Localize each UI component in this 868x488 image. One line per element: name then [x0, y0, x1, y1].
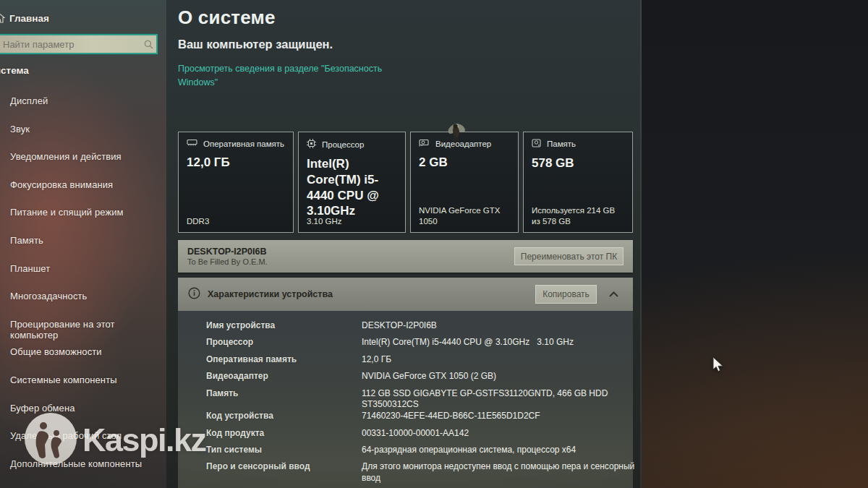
- sidebar-section-system: Система: [0, 65, 29, 76]
- device-name: DESKTOP-I2P0I6B: [187, 247, 268, 257]
- spec-row: Память 112 GB SSD GIGABYTE GP-GSTFS31120…: [178, 388, 633, 411]
- sidebar-item[interactable]: Многозадачность: [10, 291, 162, 319]
- spec-label: Оперативная память: [178, 354, 362, 364]
- sidebar-item[interactable]: Проецирование на этот компьютер: [10, 319, 162, 347]
- card-storage-footer: Используется 214 GB из 578 GB: [532, 205, 626, 227]
- sidebar-item[interactable]: Фокусировка внимания: [10, 179, 162, 207]
- card-cpu-label: Процессор: [322, 140, 364, 149]
- spec-label: Перо и сенсорный ввод: [178, 461, 362, 471]
- sidebar: Главная Система Дисплей Звук Уведомления…: [0, 0, 166, 488]
- ram-icon: [187, 139, 197, 148]
- card-cpu-value: Intel(R) Core(TM) i5-4440 CPU @ 3.10GHz: [307, 156, 397, 219]
- spec-row: Имя устройства DESKTOP-I2P0I6B: [178, 320, 633, 337]
- spec-row: Код продукта 00331-10000-00001-AA142: [178, 428, 633, 445]
- collapse-expander[interactable]: [604, 285, 623, 304]
- spec-label: Видеоадаптер: [178, 371, 362, 381]
- spec-value: DESKTOP-I2P0I6B: [362, 320, 638, 332]
- spec-row: Видеоадаптер NVIDIA GeForce GTX 1050 (2 …: [178, 371, 633, 388]
- sidebar-nav: Дисплей Звук Уведомления и действия Фоку…: [10, 95, 162, 486]
- copy-button[interactable]: Копировать: [535, 285, 597, 304]
- specs-title: Характеристики устройства: [208, 289, 333, 299]
- system-cards: Оперативная память 12,0 ГБ DDR3 Процессо…: [178, 132, 633, 233]
- spec-label: Тип системы: [178, 445, 362, 455]
- spec-value: 64-разрядная операционная система, проце…: [362, 445, 638, 456]
- device-oem: To Be Filled By O.E.M.: [187, 257, 268, 266]
- spec-row: Перо и сенсорный ввод Для этого монитора…: [178, 461, 633, 484]
- sidebar-item[interactable]: Удаленный рабочий стол: [10, 430, 162, 458]
- windows-security-link[interactable]: Просмотреть сведения в разделе "Безопасн…: [178, 62, 384, 90]
- spec-value: 71460230-4EFE-44ED-B66C-11E565D1D2CF: [362, 411, 638, 422]
- card-storage: Память 578 GB Используется 214 GB из 578…: [523, 132, 633, 233]
- cpu-icon: [307, 139, 316, 150]
- card-storage-value: 578 GB: [532, 155, 624, 171]
- search-input[interactable]: [0, 39, 140, 50]
- spec-label: Процессор: [178, 337, 362, 347]
- sidebar-item[interactable]: Системные компоненты: [10, 374, 162, 403]
- spec-row: Код устройства 71460230-4EFE-44ED-B66C-1…: [178, 411, 633, 427]
- settings-window: Главная Система Дисплей Звук Уведомления…: [0, 0, 642, 488]
- spec-row: Процессор Intel(R) Core(TM) i5-4440 CPU …: [178, 337, 633, 354]
- card-ram-footer: DDR3: [187, 216, 286, 227]
- card-ram: Оперативная память 12,0 ГБ DDR3: [178, 132, 294, 233]
- chevron-up-icon: [609, 291, 618, 297]
- protection-status: Ваш компьютер защищен.: [178, 38, 333, 51]
- spec-value: 00331-10000-00001-AA142: [362, 428, 638, 440]
- rename-pc-button[interactable]: Переименовать этот ПК: [514, 247, 624, 265]
- card-ram-value: 12,0 ГБ: [187, 155, 285, 171]
- card-gpu-value: 2 GB: [419, 155, 510, 171]
- device-name-bar: DESKTOP-I2P0I6B To Be Filled By O.E.M. П…: [178, 240, 633, 273]
- spec-row: Оперативная память 12,0 ГБ: [178, 354, 633, 371]
- mouse-cursor: [712, 356, 724, 376]
- spec-label: Код устройства: [178, 411, 362, 421]
- card-ram-label: Оперативная память: [203, 140, 284, 148]
- sidebar-item[interactable]: Буфер обмена: [10, 403, 162, 431]
- device-specs-header: Характеристики устройства Копировать: [178, 278, 633, 311]
- sidebar-item-home[interactable]: Главная: [0, 12, 49, 25]
- home-label: Главная: [9, 13, 49, 24]
- device-specs-panel: Характеристики устройства Копировать Имя…: [178, 278, 633, 488]
- about-page: О системе Ваш компьютер защищен. Просмот…: [166, 0, 642, 488]
- sidebar-item[interactable]: Уведомления и действия: [10, 151, 162, 179]
- card-gpu-footer: NVIDIA GeForce GTX 1050: [419, 205, 511, 227]
- card-gpu-label: Видеоадаптер: [435, 140, 491, 148]
- device-specs-table: Имя устройства DESKTOP-I2P0I6B Процессор…: [178, 311, 633, 488]
- spec-label: Память: [178, 388, 362, 398]
- home-icon: [0, 13, 5, 23]
- spec-value: Для этого монитора недоступен ввод с пом…: [362, 461, 638, 484]
- info-icon: [188, 287, 200, 302]
- card-cpu-footer: 3.10 GHz: [307, 216, 399, 227]
- spec-row: Тип системы 64-разрядная операционная си…: [178, 445, 633, 461]
- sidebar-item[interactable]: Дисплей: [10, 95, 162, 124]
- spec-label: Код продукта: [178, 428, 362, 438]
- sidebar-item[interactable]: Память: [10, 235, 162, 263]
- spec-value: 12,0 ГБ: [362, 354, 638, 366]
- spec-label: Имя устройства: [178, 320, 362, 330]
- disk-icon: [532, 139, 541, 149]
- sidebar-item[interactable]: Планшет: [10, 263, 162, 291]
- sidebar-item[interactable]: Звук: [10, 124, 162, 152]
- search-icon: [140, 40, 156, 49]
- sidebar-item[interactable]: Питание и спящий режим: [10, 207, 162, 235]
- spec-value: 112 GB SSD GIGABYTE GP-GSTFS31120GNTD, 4…: [362, 388, 638, 411]
- spec-value: Intel(R) Core(TM) i5-4440 CPU @ 3.10GHz …: [362, 337, 638, 348]
- sidebar-item[interactable]: Общие возможности: [10, 346, 162, 374]
- gpu-icon: [419, 139, 430, 148]
- settings-search: [0, 34, 158, 54]
- card-gpu: Видеоадаптер 2 GB NVIDIA GeForce GTX 105…: [410, 132, 519, 233]
- sidebar-item[interactable]: Дополнительные компоненты: [10, 458, 162, 487]
- spec-value: NVIDIA GeForce GTX 1050 (2 GB): [362, 371, 638, 382]
- card-cpu: Процессор Intel(R) Core(TM) i5-4440 CPU …: [298, 132, 406, 233]
- card-storage-label: Память: [547, 140, 576, 148]
- page-title: О системе: [178, 7, 276, 29]
